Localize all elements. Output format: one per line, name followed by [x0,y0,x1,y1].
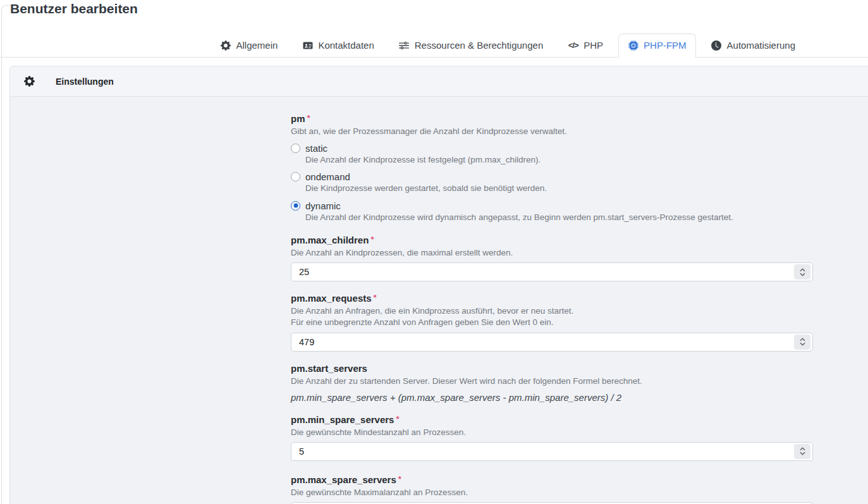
radio-button[interactable] [291,172,300,181]
number-spinner[interactable] [794,444,810,459]
field-pm-max-spare-servers: pm.max_spare_servers* Die gewünschte Max… [291,474,813,504]
radio-pm-ondemand[interactable]: ondemand [291,171,813,182]
radio-help: Die Anzahl der Kindprozesse wird dynamis… [305,212,813,223]
field-help: Gibt an, wie der Prozessmanager die Anza… [291,126,813,137]
tab-label: Kontaktdaten [318,40,374,51]
gear-icon [24,76,35,87]
radio-button[interactable] [291,144,300,153]
field-help: Die Anzahl der zu startenden Server. Die… [291,376,813,387]
content-panel-border [1,5,10,504]
tab-allgemein[interactable]: Allgemein [211,34,288,57]
tab-kontaktdaten[interactable]: Kontaktdaten [293,34,383,57]
tab-label: Allgemein [236,40,278,51]
required-marker: * [307,113,310,123]
contact-card-icon [302,40,313,51]
gear-icon [221,40,231,51]
required-marker: * [374,293,377,302]
radio-pm-dynamic[interactable]: dynamic [291,200,813,211]
sliders-icon [399,40,410,51]
field-label: pm* [291,113,813,125]
radio-pm-static[interactable]: static [291,143,813,154]
settings-card: Einstellungen pm* Gibt an, wie der Proze… [9,66,868,504]
settings-card-header: Einstellungen [10,66,868,97]
pm-max-children-input[interactable] [291,262,813,281]
formula-text: pm.min_spare_servers + (pm.max_spare_ser… [291,392,813,403]
field-label: pm.max_children* [291,235,813,246]
field-label: pm.max_requests* [291,293,813,304]
field-pm-min-spare-servers: pm.min_spare_servers* Die gewünschte Min… [291,414,813,461]
tab-php[interactable]: </> PHP [558,34,613,57]
radio-help: Die Anzahl der Kindprozesse ist festgele… [305,154,813,166]
radio-button-checked[interactable] [291,201,300,211]
pm-min-spare-servers-input[interactable] [291,442,813,461]
tab-php-fpm[interactable]: PHP-FPM [618,34,696,58]
field-pm: pm* Gibt an, wie der Prozessmanager die … [291,113,813,223]
section-title: Einstellungen [56,77,114,87]
number-spinner[interactable] [794,264,810,280]
tab-label: Ressourcen & Berechtigungen [415,40,543,51]
field-help: Die Anzahl an Kindprozessen, die maximal… [291,247,813,259]
field-label: pm.min_spare_servers* [291,414,813,426]
field-help: Die gewünschte Mindestanzahl an Prozesse… [291,427,813,438]
tab-bar: Allgemein Kontaktdaten Ressourcen & Bere… [0,0,868,58]
number-input-wrap [291,442,813,461]
clock-icon [711,40,722,51]
cpu-icon [628,40,639,51]
number-input-wrap [291,333,813,352]
required-marker: * [396,414,399,424]
tab-ressourcen-berechtigungen[interactable]: Ressourcen & Berechtigungen [389,34,553,57]
radio-label: static [305,143,327,154]
field-pm-start-servers: pm.start_servers Die Anzahl der zu start… [291,363,813,403]
tab-automatisierung[interactable]: Automatisierung [702,34,805,57]
field-help: Die Anzahl an Anfragen, die ein Kindproz… [291,305,813,317]
required-marker: * [398,474,401,484]
radio-label: ondemand [305,171,350,182]
radio-label: dynamic [305,200,341,211]
field-label: pm.start_servers [291,363,813,374]
pm-max-requests-input[interactable] [291,333,813,352]
number-spinner[interactable] [794,335,810,350]
field-pm-max-requests: pm.max_requests* Die Anzahl an Anfragen,… [291,293,813,351]
code-icon: </> [568,40,578,51]
number-input-wrap [291,262,813,281]
tab-nav: Allgemein Kontaktdaten Ressourcen & Bere… [211,34,805,57]
field-label: pm.max_spare_servers* [291,474,813,486]
settings-form: pm* Gibt an, wie der Prozessmanager die … [10,97,868,504]
field-help: Für eine unbegrenzte Anzahl von Anfragen… [291,317,813,328]
field-help: Die gewünschte Maximalanzahl an Prozesse… [291,487,813,498]
radio-help: Die Kindprozesse werden gestartet, sobal… [305,183,813,194]
tab-label: PHP-FPM [644,40,687,51]
field-pm-max-children: pm.max_children* Die Anzahl an Kindproze… [291,235,813,281]
tab-label: Automatisierung [727,40,795,51]
required-marker: * [370,235,374,244]
tab-label: PHP [584,40,603,51]
